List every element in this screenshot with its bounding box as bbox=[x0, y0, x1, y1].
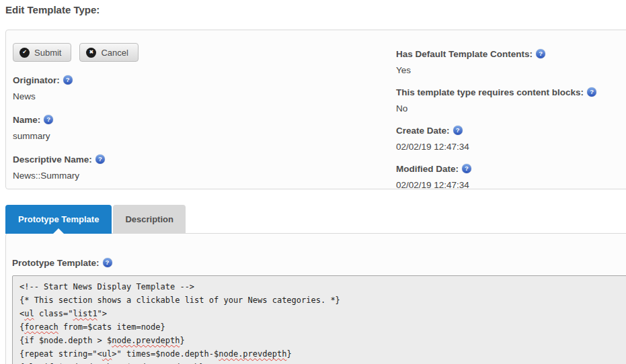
modified-date-label: Modified Date: bbox=[396, 164, 459, 174]
has-default-contents-value: Yes bbox=[396, 64, 626, 77]
help-icon[interactable]: ? bbox=[453, 126, 463, 135]
originator-value: News bbox=[13, 91, 376, 103]
has-default-contents-label: Has Default Template Contents: bbox=[396, 49, 533, 59]
help-icon[interactable]: ? bbox=[95, 154, 105, 164]
field-descriptive-name: Descriptive Name:? News::Summary bbox=[13, 153, 376, 182]
name-value: summary bbox=[13, 130, 376, 142]
field-requires-content-blocks: This template type requires content bloc… bbox=[396, 86, 626, 115]
help-icon[interactable]: ? bbox=[44, 115, 53, 124]
code-line: <!-- Start News Display Template --> bbox=[19, 280, 626, 293]
code-line: {repeat string="<ul>" times=$node.depth-… bbox=[19, 347, 626, 361]
info-right-column: Has Default Template Contents:? Yes This… bbox=[396, 48, 626, 191]
requires-content-blocks-label: This template type requires content bloc… bbox=[396, 87, 584, 97]
code-line: {foreach from=$cats item=node} bbox=[19, 320, 626, 334]
field-name: Name:? summary bbox=[13, 113, 376, 142]
tab-bar: Prototype Template Description bbox=[5, 205, 186, 234]
help-icon[interactable]: ? bbox=[462, 164, 471, 173]
field-has-default-contents: Has Default Template Contents:? Yes bbox=[396, 48, 626, 77]
originator-label: Originator: bbox=[13, 75, 60, 85]
code-line: {* This section shows a clickable list o… bbox=[19, 293, 626, 307]
field-modified-date: Modified Date:? 02/02/19 12:47:34 bbox=[396, 163, 626, 191]
code-line: <ul class="list1"> bbox=[19, 307, 626, 320]
field-create-date: Create Date:? 02/02/19 12:47:34 bbox=[396, 124, 626, 153]
descriptive-name-value: News::Summary bbox=[13, 170, 376, 182]
descriptive-name-label: Descriptive Name: bbox=[13, 154, 92, 165]
help-icon[interactable]: ? bbox=[587, 87, 596, 97]
code-line: {if $node.depth > $node.prevdepth} bbox=[19, 334, 626, 347]
code-line: {elseif $node.depth < $node.prevdepth} bbox=[19, 361, 626, 364]
requires-content-blocks-value: No bbox=[396, 103, 626, 115]
tab-description[interactable]: Description bbox=[113, 205, 186, 234]
prototype-template-textarea[interactable]: <!-- Start News Display Template -->{* T… bbox=[12, 275, 626, 364]
page-title: Edit Template Type: bbox=[5, 4, 100, 15]
create-date-label: Create Date: bbox=[396, 126, 450, 136]
field-originator: Originator:? News bbox=[13, 74, 376, 103]
info-left-column: Originator:? News Name:? summary Descrip… bbox=[13, 30, 376, 182]
template-info-panel: ✔ Submit ✖ Cancel Originator:? News Name… bbox=[5, 30, 626, 189]
modified-date-value: 02/02/19 12:47:34 bbox=[396, 179, 626, 191]
name-label: Name: bbox=[13, 115, 40, 125]
prototype-template-label: Prototype Template: bbox=[12, 258, 100, 268]
prototype-template-panel: Prototype Template:? <!-- Start News Dis… bbox=[5, 233, 626, 364]
create-date-value: 02/02/19 12:47:34 bbox=[396, 141, 626, 153]
help-icon[interactable]: ? bbox=[536, 49, 545, 58]
help-icon[interactable]: ? bbox=[103, 258, 112, 267]
help-icon[interactable]: ? bbox=[63, 75, 73, 85]
tab-prototype-template[interactable]: Prototype Template bbox=[5, 205, 112, 234]
